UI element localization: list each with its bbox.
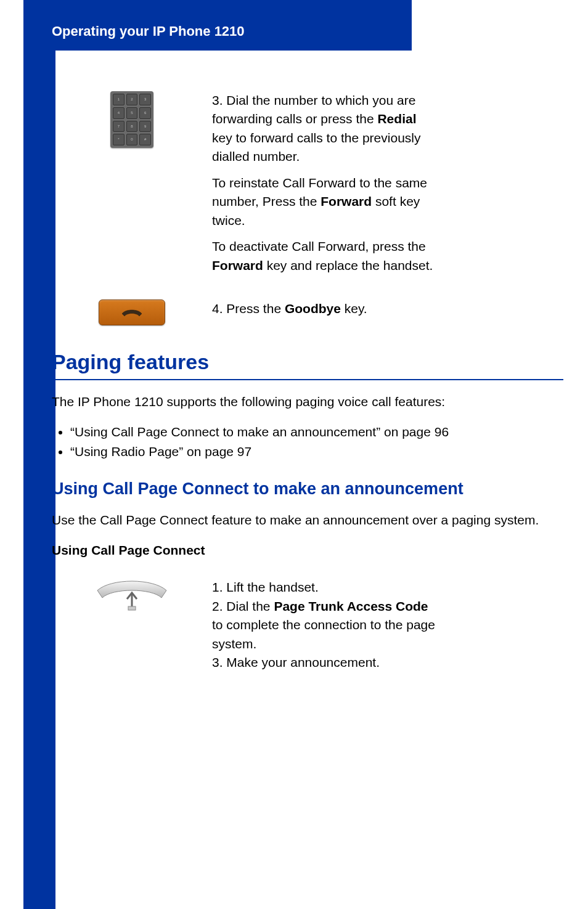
header-bar: Operating your IP Phone 1210 xyxy=(23,0,412,51)
spacer xyxy=(212,230,551,237)
page-number: 96 xyxy=(59,867,74,883)
step-dial-text: 3. Dial the number to which you are forw… xyxy=(212,91,588,275)
line: twice. xyxy=(212,211,551,230)
procedure-title: Using Call Page Connect xyxy=(52,541,563,560)
key-0: 0 xyxy=(126,134,138,145)
line: 4. Press the Goodbye key. xyxy=(212,300,551,318)
step-row-dial: 1 2 3 4 5 6 7 8 9 * 0 # 3. Dial the numb… xyxy=(52,91,588,275)
key-5: 5 xyxy=(126,107,138,119)
step-row-lift-handset: 1. Lift the handset. 2. Dial the Page Tr… xyxy=(52,578,588,672)
paging-intro: The IP Phone 1210 supports the following… xyxy=(52,393,563,411)
goodbye-key-icon xyxy=(99,300,165,325)
step-row-goodbye: 4. Press the Goodbye key. xyxy=(52,300,588,325)
line: 1. Lift the handset. xyxy=(212,578,551,597)
line: To deactivate Call Forward, press the xyxy=(212,237,551,256)
key-2: 2 xyxy=(126,94,138,105)
line: forwarding calls or press the Redial xyxy=(212,110,551,128)
line: 3. Make your announcement. xyxy=(212,653,551,672)
line: number, Press the Forward soft key xyxy=(212,192,551,211)
handset-down-icon xyxy=(121,306,143,319)
header-title: Operating your IP Phone 1210 xyxy=(52,23,245,39)
key-3: 3 xyxy=(139,94,151,105)
line: 3. Dial the number to which you are xyxy=(212,91,551,110)
icon-col-goodbye xyxy=(52,300,212,325)
key-star: * xyxy=(113,134,125,145)
key-8: 8 xyxy=(126,121,138,132)
left-blue-strip xyxy=(23,0,55,909)
bullet-item: “Using Call Page Connect to make an anno… xyxy=(70,422,563,442)
document-page: Operating your IP Phone 1210 1 2 3 4 5 6… xyxy=(0,0,588,909)
key-7: 7 xyxy=(113,121,125,132)
paging-bullets: “Using Call Page Connect to make an anno… xyxy=(70,422,563,461)
step-lift-text: 1. Lift the handset. 2. Dial the Page Tr… xyxy=(212,578,588,672)
line: dialled number. xyxy=(212,147,551,166)
icon-col-handset xyxy=(52,578,212,613)
keypad-icon: 1 2 3 4 5 6 7 8 9 * 0 # xyxy=(110,91,153,148)
line: 2. Dial the Page Trunk Access Code xyxy=(212,597,551,616)
key-4: 4 xyxy=(113,107,125,119)
key-1: 1 xyxy=(113,94,125,105)
lift-handset-icon xyxy=(92,578,171,613)
line: To reinstate Call Forward to the same xyxy=(212,174,551,192)
line: to complete the connection to the page xyxy=(212,616,551,634)
key-hash: # xyxy=(139,134,151,145)
line: key to forward calls to the previously xyxy=(212,129,551,147)
cpc-intro: Use the Call Page Connect feature to mak… xyxy=(52,511,563,529)
content-area: 1 2 3 4 5 6 7 8 9 * 0 # 3. Dial the numb… xyxy=(52,51,588,909)
heading-call-page-connect: Using Call Page Connect to make an annou… xyxy=(52,479,563,499)
key-9: 9 xyxy=(139,121,151,132)
spacer xyxy=(212,166,551,174)
icon-col-keypad: 1 2 3 4 5 6 7 8 9 * 0 # xyxy=(52,91,212,148)
heading-paging-features: Paging features xyxy=(52,350,563,380)
line: system. xyxy=(212,635,551,653)
bullet-item: “Using Radio Page” on page 97 xyxy=(70,442,563,462)
step-goodbye-text: 4. Press the Goodbye key. xyxy=(212,300,588,318)
line: Forward key and replace the handset. xyxy=(212,256,551,275)
key-6: 6 xyxy=(139,107,151,119)
svg-rect-0 xyxy=(128,606,136,610)
